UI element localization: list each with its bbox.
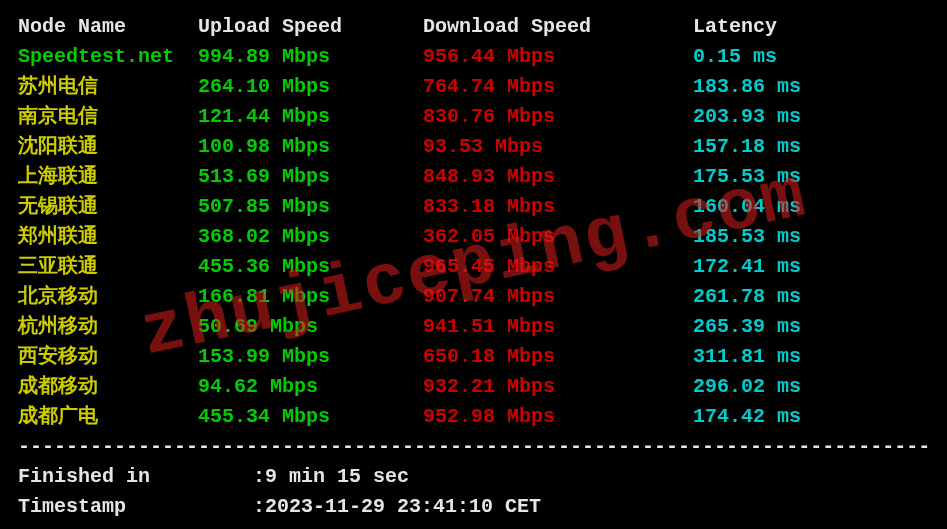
cell-node: 无锡联通 [18, 192, 198, 222]
cell-upload: 507.85 Mbps [198, 192, 423, 222]
cell-node: 成都广电 [18, 402, 198, 432]
footer-timestamp-label: Timestamp [18, 492, 253, 522]
footer-finished-row: Finished in : 9 min 15 sec [18, 462, 929, 492]
cell-node: 沈阳联通 [18, 132, 198, 162]
cell-download: 830.76 Mbps [423, 102, 693, 132]
cell-download: 833.18 Mbps [423, 192, 693, 222]
cell-latency: 157.18 ms [693, 132, 929, 162]
cell-upload: 513.69 Mbps [198, 162, 423, 192]
cell-upload: 153.99 Mbps [198, 342, 423, 372]
table-row: 西安移动153.99 Mbps650.18 Mbps311.81 ms [18, 342, 929, 372]
cell-latency: 265.39 ms [693, 312, 929, 342]
cell-latency: 174.42 ms [693, 402, 929, 432]
cell-upload: 94.62 Mbps [198, 372, 423, 402]
cell-node: 北京移动 [18, 282, 198, 312]
cell-upload: 264.10 Mbps [198, 72, 423, 102]
divider-line-bottom: ----------------------------------------… [18, 522, 929, 529]
table-row: 苏州电信264.10 Mbps764.74 Mbps183.86 ms [18, 72, 929, 102]
cell-download: 956.44 Mbps [423, 42, 693, 72]
table-row: Speedtest.net994.89 Mbps956.44 Mbps0.15 … [18, 42, 929, 72]
table-row: 成都移动94.62 Mbps932.21 Mbps296.02 ms [18, 372, 929, 402]
cell-upload: 368.02 Mbps [198, 222, 423, 252]
table-row: 郑州联通368.02 Mbps362.05 Mbps185.53 ms [18, 222, 929, 252]
footer-timestamp-value: 2023-11-29 23:41:10 CET [265, 492, 541, 522]
footer-finished-label: Finished in [18, 462, 253, 492]
cell-latency: 296.02 ms [693, 372, 929, 402]
divider-line: ----------------------------------------… [18, 432, 929, 462]
cell-download: 952.98 Mbps [423, 402, 693, 432]
cell-node: 杭州移动 [18, 312, 198, 342]
cell-download: 650.18 Mbps [423, 342, 693, 372]
cell-node: Speedtest.net [18, 42, 198, 72]
cell-download: 941.51 Mbps [423, 312, 693, 342]
table-row: 北京移动166.81 Mbps907.74 Mbps261.78 ms [18, 282, 929, 312]
footer-sep: : [253, 462, 265, 492]
table-row: 上海联通513.69 Mbps848.93 Mbps175.53 ms [18, 162, 929, 192]
cell-latency: 0.15 ms [693, 42, 929, 72]
table-row: 三亚联通455.36 Mbps965.45 Mbps172.41 ms [18, 252, 929, 282]
header-upload: Upload Speed [198, 12, 423, 42]
footer-finished-value: 9 min 15 sec [265, 462, 409, 492]
cell-node: 上海联通 [18, 162, 198, 192]
cell-download: 907.74 Mbps [423, 282, 693, 312]
cell-download: 764.74 Mbps [423, 72, 693, 102]
table-row: 成都广电455.34 Mbps952.98 Mbps174.42 ms [18, 402, 929, 432]
header-node: Node Name [18, 12, 198, 42]
footer-sep: : [253, 492, 265, 522]
cell-download: 932.21 Mbps [423, 372, 693, 402]
cell-node: 三亚联通 [18, 252, 198, 282]
cell-latency: 311.81 ms [693, 342, 929, 372]
cell-upload: 166.81 Mbps [198, 282, 423, 312]
cell-download: 362.05 Mbps [423, 222, 693, 252]
cell-latency: 160.04 ms [693, 192, 929, 222]
table-row: 沈阳联通100.98 Mbps93.53 Mbps157.18 ms [18, 132, 929, 162]
cell-latency: 261.78 ms [693, 282, 929, 312]
cell-latency: 175.53 ms [693, 162, 929, 192]
footer-timestamp-row: Timestamp : 2023-11-29 23:41:10 CET [18, 492, 929, 522]
cell-upload: 455.36 Mbps [198, 252, 423, 282]
cell-latency: 172.41 ms [693, 252, 929, 282]
cell-latency: 185.53 ms [693, 222, 929, 252]
cell-download: 93.53 Mbps [423, 132, 693, 162]
cell-upload: 50.69 Mbps [198, 312, 423, 342]
cell-latency: 183.86 ms [693, 72, 929, 102]
cell-download: 965.45 Mbps [423, 252, 693, 282]
cell-node: 郑州联通 [18, 222, 198, 252]
cell-upload: 455.34 Mbps [198, 402, 423, 432]
cell-upload: 121.44 Mbps [198, 102, 423, 132]
cell-latency: 203.93 ms [693, 102, 929, 132]
cell-node: 西安移动 [18, 342, 198, 372]
table-row: 无锡联通507.85 Mbps833.18 Mbps160.04 ms [18, 192, 929, 222]
cell-upload: 100.98 Mbps [198, 132, 423, 162]
cell-node: 成都移动 [18, 372, 198, 402]
table-body: Speedtest.net994.89 Mbps956.44 Mbps0.15 … [18, 42, 929, 432]
cell-node: 南京电信 [18, 102, 198, 132]
header-latency: Latency [693, 12, 929, 42]
table-header-row: Node Name Upload Speed Download Speed La… [18, 12, 929, 42]
table-row: 杭州移动50.69 Mbps941.51 Mbps265.39 ms [18, 312, 929, 342]
header-download: Download Speed [423, 12, 693, 42]
cell-download: 848.93 Mbps [423, 162, 693, 192]
cell-upload: 994.89 Mbps [198, 42, 423, 72]
table-row: 南京电信121.44 Mbps830.76 Mbps203.93 ms [18, 102, 929, 132]
cell-node: 苏州电信 [18, 72, 198, 102]
